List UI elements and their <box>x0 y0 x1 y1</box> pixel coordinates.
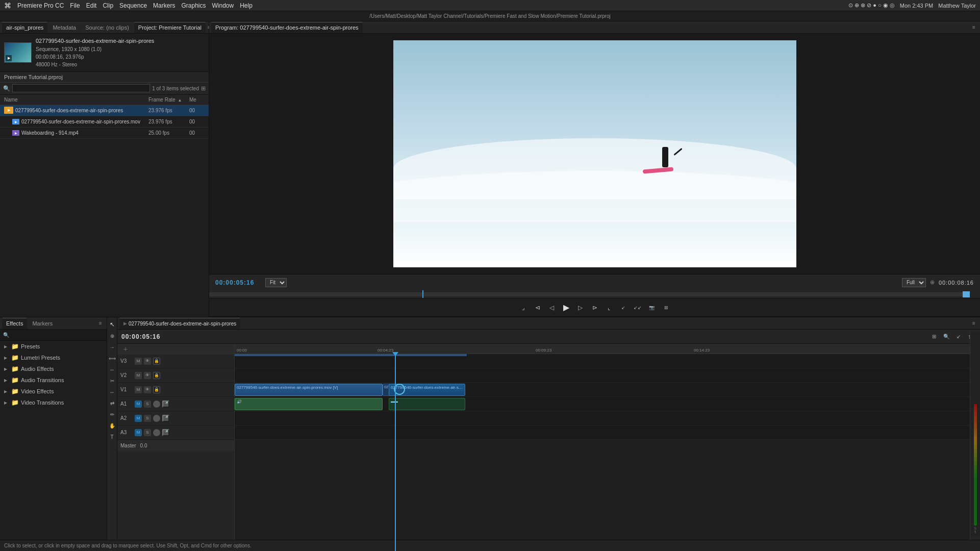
tool-select[interactable]: ↖ <box>107 319 117 330</box>
tool-slip[interactable]: ↔ <box>107 387 117 397</box>
scrubber-track <box>209 290 980 298</box>
tool-razor[interactable]: ✂ <box>107 375 117 386</box>
timeline-track-row-a3[interactable] <box>235 425 970 440</box>
timeline-track-row-a2[interactable] <box>235 411 970 425</box>
source-tab-airspinprores[interactable]: air-spin_prores <box>2 22 47 33</box>
tool-rate-stretch[interactable]: ↔ <box>107 364 117 374</box>
file-item-sequence[interactable]: ▶ 027799540-surfer-does-extreme-air-spin… <box>0 105 209 116</box>
window-menu[interactable]: Window <box>212 2 234 9</box>
track-v1-lock[interactable]: 🔒 <box>153 386 160 393</box>
timeline-track-row-v3[interactable] <box>235 354 970 368</box>
tl-add-track-button[interactable]: + <box>120 344 131 354</box>
quality-dropdown[interactable]: Full <box>902 278 926 287</box>
step-back-frame-button[interactable]: ◁ <box>546 302 558 313</box>
tl-snap-button[interactable]: ⊞ <box>929 332 939 342</box>
effects-tree-item-video-effects[interactable]: ▶ 📁 Video Effects <box>0 386 107 397</box>
timeline-clips-area[interactable]: 027799540-surfer-does-extreme-air-spin-p… <box>235 354 970 551</box>
timeline-track-row-a1[interactable]: 🔊 ▬▬ <box>235 397 970 411</box>
mark-out-button[interactable]: ⌞ <box>604 302 615 313</box>
tl-insert-button[interactable]: ↙ <box>953 332 964 342</box>
app-name-menu[interactable]: Premiere Pro CC <box>17 2 64 9</box>
overwrite-button[interactable]: ↙↙ <box>632 302 643 313</box>
timeline-clip-a1[interactable]: 🔊 <box>235 398 383 410</box>
track-v2-lock[interactable]: 🔒 <box>153 372 160 379</box>
file-item-mp4[interactable]: ▶ Wakeboarding - 914.mp4 25.00 fps 00 <box>0 128 209 139</box>
track-a3-mute[interactable]: M <box>135 429 142 436</box>
tool-slide[interactable]: ⇄ <box>107 398 117 408</box>
effects-tree-item-audio-transitions[interactable]: ▶ 📁 Audio Transitions <box>0 374 107 386</box>
program-monitor-tab[interactable]: Program: 027799540-surfer-does-extreme-a… <box>211 22 363 33</box>
effects-tab[interactable]: Effects <box>2 318 27 329</box>
file-item-mov[interactable]: ▶ 027799540-surfer-does-extreme-air-spin… <box>0 116 209 128</box>
tl-search-button[interactable]: 🔍 <box>941 332 951 342</box>
step-forward-frame-button[interactable]: ▷ <box>575 302 586 313</box>
track-a1-solo[interactable]: S <box>144 400 151 408</box>
project-tab[interactable]: Project: Premiere Tutorial <box>134 22 206 33</box>
track-a2-record[interactable] <box>153 415 160 422</box>
timeline-toolbar: 00:00:05:16 ⊞ 🔍 ↙ 🗑 <box>117 330 980 344</box>
track-v2-mute[interactable]: M <box>135 372 142 379</box>
edit-menu[interactable]: Edit <box>86 2 97 9</box>
timeline-sequence-tab[interactable]: ▶ 027799540-surfer-does-extreme-air-spin… <box>119 318 240 329</box>
track-v1-visibility[interactable]: 👁 <box>144 386 151 393</box>
effects-search-input[interactable] <box>11 332 104 338</box>
program-scrubber[interactable] <box>209 290 980 298</box>
play-button[interactable]: ▶ <box>561 302 572 313</box>
thumbnail-play-button[interactable]: ▶ <box>6 55 12 61</box>
scrubber-range <box>209 292 970 296</box>
timeline-track-row-v1[interactable]: 027799540-surfer-does-extreme-air-spin-p… <box>235 383 970 397</box>
master-label: Master <box>120 443 136 448</box>
track-a2-mute[interactable]: M <box>135 415 142 422</box>
program-panel-menu-icon[interactable]: ≡ <box>970 23 978 32</box>
apple-menu[interactable]: ⌘ <box>4 2 11 10</box>
effects-panel-menu-icon[interactable]: ≡ <box>96 319 105 328</box>
track-a3-solo[interactable]: S <box>144 429 151 436</box>
timeline-panel-menu-icon[interactable]: ≡ <box>970 319 978 328</box>
step-forward-button[interactable]: ⊳ <box>589 302 600 313</box>
video-preview <box>209 34 980 274</box>
source-tab-metadata[interactable]: Metadata <box>48 22 80 33</box>
tool-rolling[interactable]: ⟺ <box>107 353 117 363</box>
track-v1-mute[interactable]: M <box>135 386 142 393</box>
export-frame-button[interactable]: 📷 <box>646 302 658 313</box>
list-view-icon[interactable]: ⊞ <box>201 85 206 92</box>
track-v3-visibility[interactable]: 👁 <box>144 358 151 365</box>
tool-track-select[interactable]: ⊕ <box>107 331 117 341</box>
markers-tab[interactable]: Markers <box>28 318 57 329</box>
effects-tab-bar: Effects Markers ≡ <box>0 317 107 330</box>
help-menu[interactable]: Help <box>240 2 253 9</box>
markers-menu[interactable]: Markers <box>153 2 175 9</box>
track-a1-mute[interactable]: M <box>135 400 142 408</box>
track-a3-record[interactable] <box>153 429 160 436</box>
sequence-menu[interactable]: Sequence <box>119 2 147 9</box>
clip-menu[interactable]: Clip <box>103 2 113 9</box>
effects-tree-item-presets[interactable]: ▶ 📁 Presets <box>0 341 107 352</box>
multicam-button[interactable]: ⊞ <box>661 302 672 313</box>
tool-hand[interactable]: ✋ <box>107 420 117 431</box>
tool-pen[interactable]: ✏ <box>107 409 117 419</box>
track-a2-solo[interactable]: S <box>144 415 151 422</box>
program-timecode: 00:00:05:16 <box>215 279 261 286</box>
track-content[interactable]: 00:00 00:04:23 00:09:23 00:14:23 <box>235 344 970 551</box>
step-back-button[interactable]: ⊲ <box>532 302 543 313</box>
tool-ripple[interactable]: → <box>107 342 117 352</box>
track-v3-mute[interactable]: M <box>135 358 142 365</box>
track-v2-visibility[interactable]: 👁 <box>144 372 151 379</box>
fit-dropdown[interactable]: Fit <box>265 278 287 287</box>
bin-search-input[interactable] <box>12 84 150 92</box>
source-tab-noclips[interactable]: Source: (no clips) <box>81 22 133 33</box>
effects-tree-item-lumetri[interactable]: ▶ 📁 Lumetri Presets <box>0 352 107 363</box>
mark-in-button[interactable]: ⌟ <box>518 302 529 313</box>
timeline-clip-a1-2[interactable]: ▬▬ <box>389 398 465 410</box>
tool-type[interactable]: T <box>107 432 117 442</box>
effects-tree-item-video-transitions[interactable]: ▶ 📁 Video Transitions <box>0 397 107 408</box>
effects-tree-item-audio-effects[interactable]: ▶ 📁 Audio Effects <box>0 363 107 374</box>
insert-button[interactable]: ↙ <box>618 302 629 313</box>
file-menu[interactable]: File <box>70 2 80 9</box>
timeline-track-row-v2[interactable] <box>235 368 970 383</box>
track-v3-lock[interactable]: 🔒 <box>153 358 160 365</box>
track-a1-record[interactable] <box>153 400 160 408</box>
graphics-menu[interactable]: Graphics <box>181 2 206 9</box>
timeline-clip-v1-1[interactable]: 027799540-surfer-does-extreme-air-spin-p… <box>235 384 383 396</box>
track-label-a3: A3 <box>120 430 133 435</box>
